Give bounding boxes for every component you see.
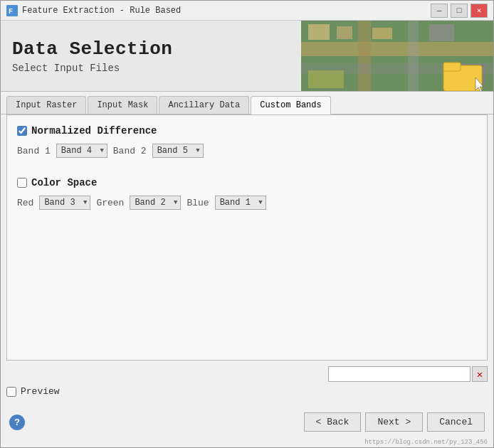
svg-text:F: F <box>9 8 13 16</box>
normalized-difference-bands-row: Band 1 Band 1 Band 2 Band 3 Band 4 Band … <box>17 144 477 158</box>
progress-clear-button[interactable]: ✕ <box>472 366 488 382</box>
header-text: Data Selection Select Input Files <box>1 21 301 91</box>
band1-label: Band 1 <box>17 146 51 156</box>
map-svg <box>301 21 493 91</box>
preview-checkbox[interactable] <box>6 387 16 397</box>
tab-custom-bands[interactable]: Custom Bands <box>251 96 330 114</box>
preview-label: Preview <box>21 386 60 397</box>
color-space-row: Color Space <box>17 177 477 188</box>
svg-rect-9 <box>372 28 392 39</box>
blue-label: Blue <box>186 198 209 208</box>
close-button[interactable]: ✕ <box>471 4 488 18</box>
green-label: Green <box>96 198 124 208</box>
red-select[interactable]: Band 1 Band 2 Band 3 Band 4 Band 5 <box>39 196 90 210</box>
bottom-area: ✕ Preview <box>1 361 493 408</box>
blue-select[interactable]: Band 1 Band 2 Band 3 Band 4 Band 5 <box>215 196 266 210</box>
preview-row: Preview <box>6 386 488 397</box>
svg-rect-8 <box>337 26 352 39</box>
normalized-difference-row: Normalized Difference <box>17 125 477 137</box>
footer-nav-buttons: < Back Next > Cancel <box>304 412 485 432</box>
svg-rect-10 <box>429 24 454 41</box>
window-controls: — □ ✕ <box>431 4 488 18</box>
page-title: Data Selection <box>12 38 290 60</box>
app-icon: F <box>6 5 18 16</box>
tab-input-raster[interactable]: Input Raster <box>6 96 86 114</box>
svg-rect-4 <box>358 21 371 91</box>
maximize-button[interactable]: □ <box>451 4 468 18</box>
header-image <box>301 21 493 91</box>
color-space-checkbox[interactable] <box>17 178 27 188</box>
tab-ancillary-data[interactable]: Ancillary Data <box>159 96 249 114</box>
main-window: F Feature Extraction - Rule Based — □ ✕ … <box>0 0 494 448</box>
band2-label: Band 2 <box>113 146 147 156</box>
green-select-wrapper: Band 1 Band 2 Band 3 Band 4 Band 5 <box>130 196 181 210</box>
svg-rect-7 <box>308 24 330 40</box>
band2-select[interactable]: Band 1 Band 2 Band 3 Band 4 Band 5 Band … <box>152 144 204 158</box>
back-button[interactable]: < Back <box>304 412 362 432</box>
minimize-button[interactable]: — <box>431 4 448 18</box>
band2-select-wrapper: Band 1 Band 2 Band 3 Band 4 Band 5 Band … <box>152 144 204 158</box>
red-select-wrapper: Band 1 Band 2 Band 3 Band 4 Band 5 <box>39 196 90 210</box>
tab-content-custom-bands: Normalized Difference Band 1 Band 1 Band… <box>6 114 488 361</box>
watermark: https://blog.csdn.net/py_123_456 <box>1 439 493 447</box>
green-select[interactable]: Band 1 Band 2 Band 3 Band 4 Band 5 <box>130 196 181 210</box>
color-space-label: Color Space <box>31 177 97 188</box>
footer: ? < Back Next > Cancel <box>1 408 493 439</box>
color-space-bands-row: Red Band 1 Band 2 Band 3 Band 4 Band 5 G… <box>17 196 477 210</box>
band1-select-wrapper: Band 1 Band 2 Band 3 Band 4 Band 5 Band … <box>56 144 107 158</box>
next-button[interactable]: Next > <box>365 412 423 432</box>
svg-rect-12 <box>308 70 344 88</box>
blue-select-wrapper: Band 1 Band 2 Band 3 Band 4 Band 5 <box>215 196 266 210</box>
help-button[interactable]: ? <box>9 415 25 430</box>
normalized-difference-checkbox[interactable] <box>17 126 27 136</box>
band1-select[interactable]: Band 1 Band 2 Band 3 Band 4 Band 5 Band … <box>56 144 107 158</box>
svg-rect-14 <box>443 63 461 71</box>
normalized-difference-label: Normalized Difference <box>31 125 157 137</box>
header-section: Data Selection Select Input Files <box>1 21 493 92</box>
window-title: Feature Extraction - Rule Based <box>22 6 431 16</box>
tabs-container: Input Raster Input Mask Ancillary Data C… <box>1 92 493 114</box>
red-label: Red <box>17 198 33 208</box>
title-bar: F Feature Extraction - Rule Based — □ ✕ <box>1 1 493 21</box>
progress-row: ✕ <box>6 366 488 382</box>
svg-rect-3 <box>301 42 493 56</box>
progress-bar <box>328 366 471 382</box>
page-subtitle: Select Input Files <box>12 63 290 74</box>
cancel-button[interactable]: Cancel <box>427 412 485 432</box>
svg-rect-6 <box>408 21 419 91</box>
tab-input-mask[interactable]: Input Mask <box>88 96 157 114</box>
